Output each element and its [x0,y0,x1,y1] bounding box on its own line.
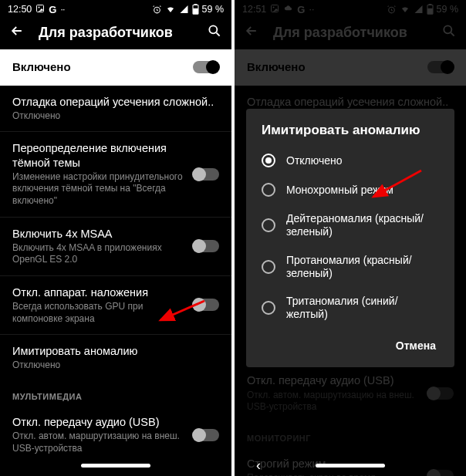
signal-icon [179,5,189,14]
nav-bar[interactable] [0,454,231,476]
ellipsis-icon: ·· [60,4,64,15]
master-toggle[interactable] [193,61,219,73]
battery-icon [192,4,199,15]
svg-rect-5 [193,8,198,13]
toggle-msaa[interactable] [193,240,219,252]
radio-option-monochrome[interactable]: Монохромный режим [246,175,454,204]
master-toggle-row[interactable]: Включено [0,49,231,86]
svg-rect-4 [194,4,197,5]
left-screenshot: 12:50 G ·· 59 % Для разр [0,0,231,476]
setting-row-simulate-anomaly[interactable]: Имитировать аномалию Отключено [0,335,231,381]
radio-icon [262,218,275,232]
radio-option-disabled[interactable]: Отключено [246,146,454,175]
radio-option-tritanomaly[interactable]: Тританомалия (синий/желтый) [246,287,454,329]
battery-pct: 59 % [202,4,225,15]
clock: 12:50 [8,4,32,15]
right-screenshot: 12:51 G ·· 59 % [235,0,466,476]
nav-pill[interactable] [316,464,385,468]
svg-point-6 [209,25,217,33]
simulate-anomaly-dialog: Имитировать аномалию Отключено Монохромн… [246,109,454,367]
back-icon[interactable] [9,23,25,42]
setting-row-dark-override[interactable]: Переопределение включения тёмной темы Из… [0,132,231,216]
g-icon: G [49,4,56,15]
header: Для разработчиков [0,17,231,49]
radio-icon [262,301,275,315]
page-title: Для разработчиков [39,25,193,41]
setting-row-msaa[interactable]: Включить 4x MSAA Включить 4x MSAA в прил… [0,218,231,275]
nav-back-icon[interactable]: ‹ [256,457,261,474]
nav-pill[interactable] [81,464,150,468]
section-multimedia: Мультимедиа [0,381,231,406]
cancel-button[interactable]: Отмена [390,333,442,358]
master-toggle-label: Включено [12,60,193,75]
search-icon[interactable] [207,23,222,42]
toggle-usb-audio[interactable] [193,429,219,441]
settings-list[interactable]: Включено Отладка операций усечения сложн… [0,49,231,476]
radio-icon [262,260,275,274]
radio-icon [262,183,275,197]
setting-row-clip[interactable]: Отладка операций усечения сложной.. Откл… [0,86,231,132]
radio-icon [262,154,275,167]
setting-row-hw-overlay[interactable]: Откл. аппарат. наложения Всегда использо… [0,276,231,334]
nav-bar[interactable]: ‹ [235,454,466,476]
dialog-title: Имитировать аномалию [246,123,454,146]
alarm-icon [152,5,162,15]
toggle-hw-overlay[interactable] [193,299,219,311]
toggle-dark-override[interactable] [193,168,219,181]
wifi-icon [165,5,176,14]
dialog-overlay[interactable]: Имитировать аномалию Отключено Монохромн… [235,0,466,476]
status-bar: 12:50 G ·· 59 % [0,0,231,17]
image-icon [35,4,45,15]
svg-point-1 [39,6,40,8]
radio-option-deuteranomaly[interactable]: Дейтераномалия (красный/зеленый) [246,204,454,246]
radio-option-protanomaly[interactable]: Протаномалия (красный/зеленый) [246,246,454,288]
